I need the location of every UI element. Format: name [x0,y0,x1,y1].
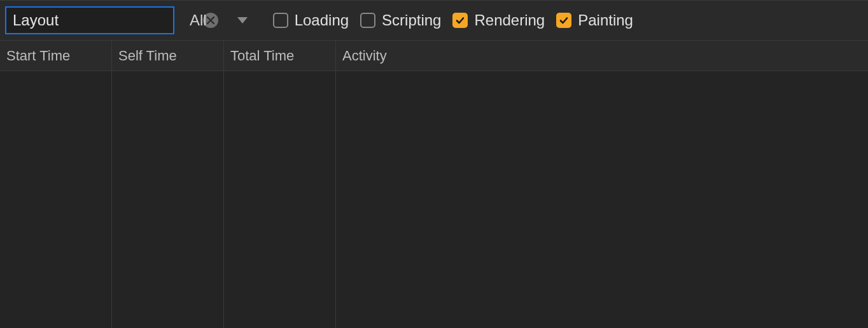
column-header-total-time[interactable]: Total Time [224,41,336,71]
table-header-row: Start Time Self Time Total Time Activity [0,41,868,71]
filter-search-input[interactable] [13,11,203,29]
column-body-total-time [224,71,336,328]
check-label: Loading [295,11,349,29]
check-label: Rendering [474,11,545,29]
search-field-wrap [5,6,174,34]
checkbox-icon [273,13,288,28]
filter-toolbar: All Loading Scripting Rendering Painting [0,0,868,41]
check-label: Painting [578,11,633,29]
filter-check-rendering[interactable]: Rendering [452,11,545,29]
column-body-self-time [112,71,224,328]
checkbox-checked-icon [452,13,468,28]
check-label: Scripting [382,11,441,29]
filter-check-loading[interactable]: Loading [273,11,349,29]
chevron-down-icon [237,17,248,24]
checkbox-icon [360,13,375,28]
filter-check-scripting[interactable]: Scripting [360,11,441,29]
checkbox-checked-icon [556,13,571,28]
column-header-activity[interactable]: Activity [336,41,868,71]
dropdown-selected-label: All [190,11,207,29]
filter-check-painting[interactable]: Painting [556,11,633,29]
category-dropdown[interactable]: All [186,11,248,29]
table-body [0,71,868,328]
column-header-start-time[interactable]: Start Time [0,41,112,71]
column-header-self-time[interactable]: Self Time [112,41,224,71]
column-body-activity [336,71,868,328]
column-body-start-time [0,71,112,328]
